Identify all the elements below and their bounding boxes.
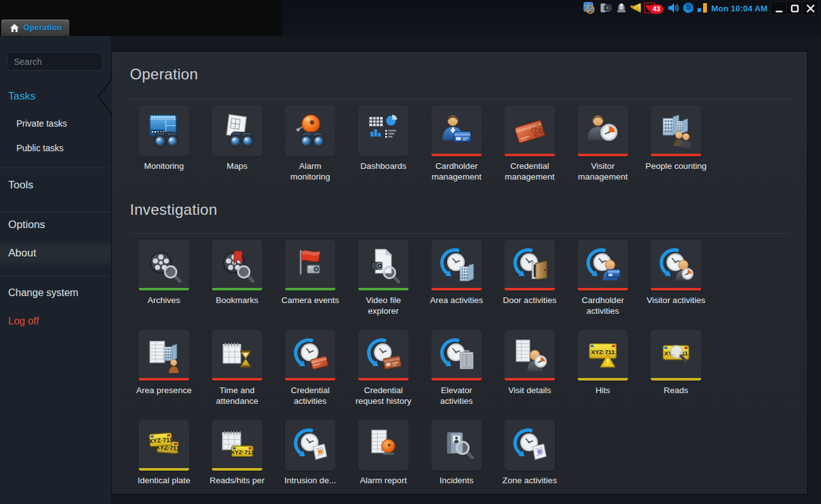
network-globe-icon[interactable] [682,2,694,14]
task-tile-door-activities[interactable]: Door activities [493,240,566,306]
sidebar-item-tools[interactable]: Tools [0,178,111,192]
siren-icon[interactable] [615,2,627,14]
task-tile-intrusion-detection[interactable]: Intrusion de... [274,420,347,486]
task-tile-area-activities[interactable]: Area activities [420,240,493,306]
cardholder-activities-icon [585,247,621,284]
sidebar-item-about[interactable]: About [0,246,111,260]
task-tile-box: XYZ·711 ! [578,330,628,381]
task-tile-archives[interactable]: Archives [127,240,201,306]
task-tile-alarm-monitoring[interactable]: Alarm monitoring [274,106,347,182]
sidebar-item-tasks[interactable]: Tasks [0,89,111,103]
archives-icon [146,247,182,284]
task-tile-label: Elevator activities [440,385,473,406]
visit-details-icon [511,337,548,374]
maximize-button[interactable] [786,1,803,15]
task-tile-box [504,420,555,471]
area-presence-icon [146,337,182,374]
task-tile-maps[interactable]: Maps [201,106,274,171]
task-tile-identical-plate[interactable]: XYZ·711 XYZ·711 Identical plate [127,420,201,486]
sidebar-item-log-off[interactable]: Log off [0,314,111,328]
task-tile-credential-activities[interactable]: Credential activities [274,330,347,406]
task-tile-label: Maps [226,161,247,171]
tile-accent-bar-red [431,154,482,156]
svg-text:!: ! [607,358,609,367]
task-tile-label: Alarm report [360,475,407,486]
task-tile-visitor-activities[interactable]: Visitor activities [639,240,713,306]
task-tile-box [139,240,189,290]
task-tile-label: Credential request history [356,385,412,406]
elevator-activities-icon [438,337,475,374]
tile-accent-bar-red [139,378,189,381]
tab-operation[interactable]: Operation [1,20,69,36]
task-tile-zone-activities[interactable]: Zone activities [493,420,566,486]
task-tile-dashboards[interactable]: Dashboards [347,106,420,171]
visitor-management-icon [585,113,621,149]
workstation-icon[interactable] [600,2,612,14]
task-tile-bookmarks[interactable]: Bookmarks [201,240,274,306]
sidebar-item-private-tasks[interactable]: Private tasks [0,117,111,130]
task-tile-hits[interactable]: XYZ·711 ! Hits [566,330,639,396]
task-tile-monitoring[interactable]: Monitoring [127,106,201,171]
task-tile-label: Credential activities [291,385,330,406]
tile-accent-bar-green [285,288,335,290]
sidebar-item-label: Tools [8,179,33,192]
task-tile-label: Area activities [430,295,483,306]
task-tile-box [285,106,335,156]
minimize-icon [775,4,783,13]
section-divider [130,233,791,234]
people-counting-icon [658,113,694,149]
svg-text:XYZ·711: XYZ·711 [230,449,254,455]
task-tile-label: Alarm monitoring [290,161,330,182]
tile-grid-operation: Monitoring Maps Alarm monitoring [127,106,713,196]
task-tile-time-and-attendance[interactable]: Time and attendance [201,330,274,406]
hits-icon: XYZ·711 ! [585,337,621,374]
task-tile-label: Door activities [503,295,557,306]
task-tile-people-counting[interactable]: People counting [639,106,713,171]
minimize-button[interactable] [771,1,787,15]
tile-accent-bar-yellow [578,378,628,381]
tile-accent-bar-red [578,154,628,156]
sidebar-item-label: Private tasks [16,118,67,129]
tile-accent-bar-yellow [139,468,189,471]
tile-accent-bar-red [504,154,555,156]
task-tile-credential-request-history[interactable]: Credential request history [347,330,420,406]
tile-grid-investigation: Archives Bookmarks Camera events Video f… [127,240,713,504]
visitor-activities-icon [658,247,694,284]
sidebar-item-options[interactable]: Options [0,218,111,232]
alarm-heart-icon[interactable]: 43 [644,2,656,14]
tray-clock[interactable]: Mon 10:04 AM [711,0,767,17]
levels-icon[interactable] [696,2,708,14]
session-block-icon[interactable] [583,2,595,14]
sidebar-item-change-system[interactable]: Change system [0,286,111,300]
section-divider [130,99,791,100]
tile-accent-bar-red [578,288,628,290]
task-tile-reads-hits-per[interactable]: XYZ·711 Reads/hits per [201,420,274,486]
intrusion-detection-icon [292,427,329,464]
task-tile-alarm-report[interactable]: Alarm report [347,420,420,486]
task-tile-area-presence[interactable]: Area presence [127,330,201,396]
horn-icon[interactable] [630,2,642,14]
maximize-icon [791,4,799,13]
task-tile-cardholder-management[interactable]: Cardholder management [420,106,493,182]
tile-accent-bar-red [212,378,262,381]
search-input[interactable] [8,52,103,71]
time-and-attendance-icon [219,337,255,374]
task-tile-visit-details[interactable]: Visit details [493,330,566,396]
task-tile-video-file-explorer[interactable]: Video file explorer [347,240,420,316]
task-tile-box [285,240,335,290]
task-tile-camera-events[interactable]: Camera events [274,240,347,306]
sidebar-divider [0,212,111,212]
speaker-icon[interactable] [668,2,680,14]
task-tile-visitor-management[interactable]: Visitor management [566,106,639,182]
task-tile-box [504,106,555,156]
tile-accent-bar-yellow [651,378,701,381]
close-button[interactable] [802,1,818,15]
task-tile-incidents[interactable]: Incidents [420,420,493,486]
task-tile-reads[interactable]: XYZ·711 Reads [639,330,713,396]
task-tile-elevator-activities[interactable]: Elevator activities [420,330,493,406]
task-tile-label: Monitoring [144,161,183,171]
task-tile-cardholder-activities[interactable]: Cardholder activities [566,240,639,316]
sidebar-item-label: About [8,247,36,260]
sidebar-item-public-tasks[interactable]: Public tasks [0,141,111,155]
task-tile-credential-management[interactable]: Credential management [493,106,566,182]
